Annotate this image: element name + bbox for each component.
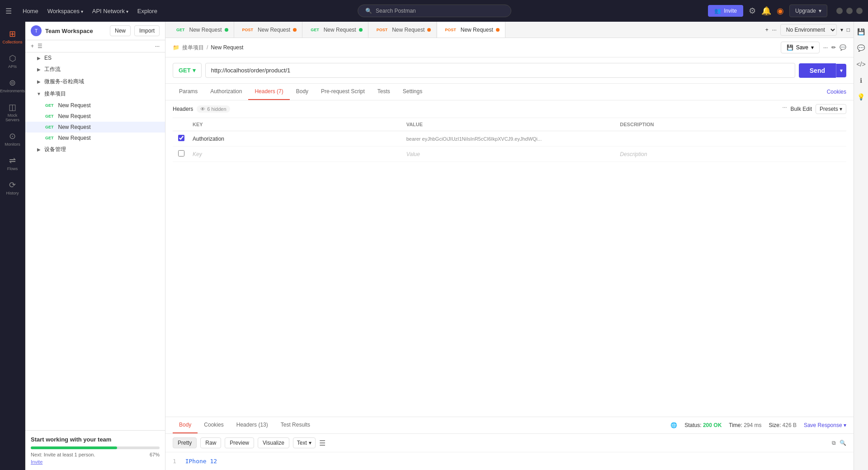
tab-pre-request[interactable]: Pre-request Script [315,84,371,100]
description-cell[interactable] [614,135,828,142]
add-tab-icon[interactable]: + [765,27,769,33]
env-arrow[interactable]: ▾ [840,27,843,33]
lightbulb-right-icon[interactable]: 💡 [855,90,868,103]
tree-item-device[interactable]: ▶ 设备管理 [25,143,165,156]
sidebar-item-history[interactable]: ⟳ History [1,176,24,199]
search-input[interactable]: 🔍 Search Postman [358,5,511,17]
more-options-icon[interactable]: ··· [823,44,828,51]
tab-settings[interactable]: Settings [396,84,429,100]
header-row-empty: Key Value Description [173,147,846,162]
nav-explore[interactable]: Explore [134,6,161,16]
method-select[interactable]: GET ▾ [173,63,202,78]
url-input[interactable] [205,63,795,78]
search-icon[interactable]: 🔍 [840,440,846,446]
maximize-button[interactable]: □ [846,8,853,14]
bulk-edit-button[interactable]: Bulk Edit [791,104,812,114]
tab-get-2[interactable]: GET New Request [303,22,368,38]
cookies-link[interactable]: Cookies [827,89,846,95]
invite-link[interactable]: Invite [31,459,42,465]
item-name: 设备管理 [44,146,160,153]
headers-toolbar: Headers 👁 6 hidden ··· Bulk Edit Presets… [173,100,846,118]
tree-request-2[interactable]: GET New Request [25,111,165,122]
invite-button[interactable]: 👥 Invite [708,5,743,17]
settings-icon[interactable]: ⚙ [749,6,756,16]
nav-api-network[interactable]: API Network [89,6,132,16]
presets-button[interactable]: Presets ▾ [816,104,846,114]
nav-workspaces[interactable]: Workspaces [44,6,87,16]
breadcrumb-parent[interactable]: 接单项目 [182,44,204,52]
tree-item-microservices[interactable]: ▶ 微服务-谷粒商域 [25,76,165,88]
close-button[interactable]: × [856,8,863,14]
resp-tab-headers[interactable]: Headers (13) [230,417,274,433]
new-button[interactable]: New [110,25,131,36]
tab-post-2[interactable]: POST New Request [369,22,437,38]
save-response-button[interactable]: Save Response ▾ [804,422,846,428]
sidebar-item-mock-servers[interactable]: ◫ Mock Servers [1,99,24,126]
preview-button[interactable]: Preview [225,437,254,448]
resp-tab-body[interactable]: Body [173,417,198,433]
env-options-icon[interactable]: □ [847,27,850,33]
send-dropdown-button[interactable]: ▾ [836,64,846,77]
code-right-icon[interactable]: </> [855,58,868,71]
nav-home[interactable]: Home [19,6,42,16]
tree-request-3[interactable]: GET New Request [25,122,165,133]
comment-icon[interactable]: 💬 [840,44,846,51]
tab-get-1[interactable]: GET New Request [169,22,234,38]
pretty-button[interactable]: Pretty [173,437,197,448]
arrow-icon: ▶ [36,56,42,61]
progress-title: Start working with your team [31,436,160,443]
tab-post-3[interactable]: POST New Request [438,22,505,38]
row-checkbox[interactable] [178,135,184,141]
save-button[interactable]: 💾 Save ▾ [781,42,820,53]
more-options-icon[interactable]: ··· [155,43,160,49]
sidebar-item-flows[interactable]: ⇌ Flows [1,152,24,175]
add-collection-icon[interactable]: + [31,43,34,49]
tree-item-es[interactable]: ▶ ES [25,52,165,63]
comment-right-icon[interactable]: 💬 [855,42,868,54]
tab-post-1[interactable]: POST New Request [235,22,303,38]
format-icon[interactable]: ☰ [319,439,326,447]
visualize-button[interactable]: Visualize [258,437,289,448]
value-cell-placeholder[interactable]: Value [401,147,615,161]
notification-icon[interactable]: 🔔 [761,6,771,16]
sidebar-item-apis[interactable]: ⬡ APIs [1,50,24,72]
top-bar-left: ☰ Home Workspaces API Network Explore [5,6,161,16]
tree-request-4[interactable]: GET New Request [25,133,165,143]
sidebar-item-monitors[interactable]: ⊙ Monitors [1,128,24,150]
tab-tests[interactable]: Tests [371,84,396,100]
upgrade-button[interactable]: Upgrade ▾ [789,5,827,17]
tab-params[interactable]: Params [173,84,204,100]
tree-request-1[interactable]: GET New Request [25,100,165,111]
tab-body[interactable]: Body [290,84,315,100]
sidebar-item-collections[interactable]: ⊞ Collections [1,25,24,48]
description-cell-placeholder[interactable]: Description [614,147,828,161]
more-tabs-icon[interactable]: ··· [772,27,777,33]
response-content: IPhone 12 [185,458,217,465]
text-format-select[interactable]: Text ▾ [293,437,316,448]
save-right-icon[interactable]: 💾 [855,25,868,38]
sidebar-item-environments[interactable]: ⊚ Environments [1,74,24,97]
tab-headers[interactable]: Headers (7) [248,84,289,100]
user-icon[interactable]: ◉ [777,6,784,16]
tab-authorization[interactable]: Authorization [204,84,248,100]
minimize-button[interactable]: − [836,8,843,14]
raw-button[interactable]: Raw [200,437,221,448]
top-bar: ☰ Home Workspaces API Network Explore 🔍 … [0,0,868,22]
tree-item-order[interactable]: ▼ 接单项目 [25,88,165,100]
import-button[interactable]: Import [134,25,160,36]
row-checkbox[interactable] [178,150,184,157]
environment-select[interactable]: No Environment [780,24,837,36]
edit-icon[interactable]: ✏ [831,44,836,51]
key-cell-placeholder[interactable]: Key [187,147,401,161]
filter-icon[interactable]: ☰ [38,43,42,49]
tree-item-workflow[interactable]: ▶ 工作流 [25,63,165,76]
resp-tab-test-results[interactable]: Test Results [274,417,316,433]
menu-icon[interactable]: ☰ [5,7,12,15]
key-cell[interactable]: Authorization [187,132,401,146]
resp-tab-cookies[interactable]: Cookies [198,417,230,433]
send-button[interactable]: Send [799,63,836,78]
copy-icon[interactable]: ⧉ [832,440,836,446]
tab-dot [496,28,500,32]
info-right-icon[interactable]: ℹ [855,74,868,87]
more-icon[interactable]: ··· [783,104,787,114]
